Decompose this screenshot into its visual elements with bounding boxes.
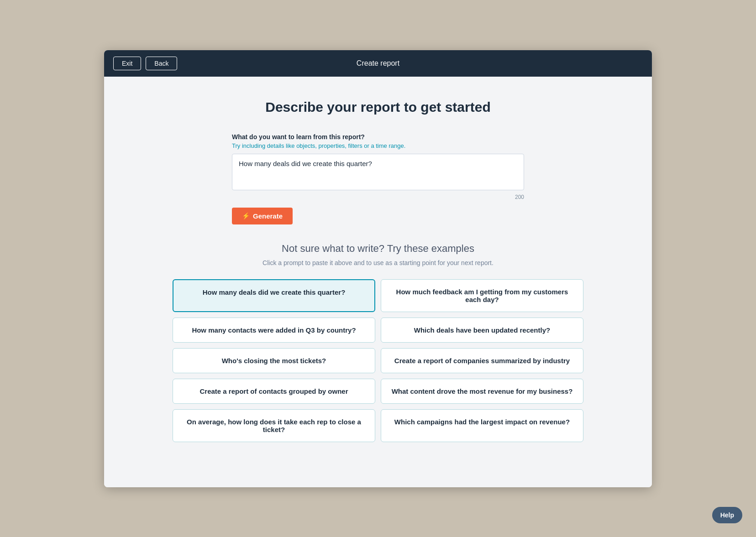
generate-label: Generate bbox=[253, 212, 283, 220]
main-content: Describe your report to get started What… bbox=[104, 77, 652, 487]
help-button[interactable]: Help bbox=[712, 507, 742, 523]
examples-grid: How many deals did we create this quarte… bbox=[173, 279, 583, 442]
example-card-card-10[interactable]: Which campaigns had the largest impact o… bbox=[381, 409, 583, 442]
example-card-card-3[interactable]: How many contacts were added in Q3 by co… bbox=[173, 318, 375, 343]
example-card-card-9[interactable]: On average, how long does it take each r… bbox=[173, 409, 375, 442]
exit-button[interactable]: Exit bbox=[113, 57, 141, 70]
example-card-card-1[interactable]: How many deals did we create this quarte… bbox=[173, 279, 375, 312]
example-card-card-6[interactable]: Create a report of companies summarized … bbox=[381, 348, 583, 373]
topbar-title: Create report bbox=[357, 59, 399, 68]
char-count: 200 bbox=[232, 194, 524, 200]
example-card-card-5[interactable]: Who's closing the most tickets? bbox=[173, 348, 375, 373]
form-section: What do you want to learn from this repo… bbox=[232, 133, 524, 224]
example-card-card-7[interactable]: Create a report of contacts grouped by o… bbox=[173, 379, 375, 404]
form-label: What do you want to learn from this repo… bbox=[232, 133, 524, 141]
topbar-buttons: Exit Back bbox=[113, 57, 177, 70]
example-card-card-2[interactable]: How much feedback am I getting from my c… bbox=[381, 279, 583, 312]
app-window: Exit Back Create report Describe your re… bbox=[104, 50, 652, 487]
report-textarea[interactable]: How many deals did we create this quarte… bbox=[232, 154, 524, 190]
examples-subtext: Click a prompt to paste it above and to … bbox=[173, 259, 583, 266]
page-heading: Describe your report to get started bbox=[122, 99, 634, 115]
lightning-icon: ⚡ bbox=[242, 212, 250, 219]
topbar: Exit Back Create report bbox=[104, 50, 652, 77]
example-card-card-8[interactable]: What content drove the most revenue for … bbox=[381, 379, 583, 404]
example-card-card-4[interactable]: Which deals have been updated recently? bbox=[381, 318, 583, 343]
back-button[interactable]: Back bbox=[146, 57, 177, 70]
textarea-wrapper: How many deals did we create this quarte… bbox=[232, 154, 524, 192]
generate-button[interactable]: ⚡ Generate bbox=[232, 208, 293, 224]
form-hint: Try including details like objects, prop… bbox=[232, 142, 524, 149]
examples-section: Not sure what to write? Try these exampl… bbox=[173, 243, 583, 442]
examples-heading: Not sure what to write? Try these exampl… bbox=[173, 243, 583, 255]
